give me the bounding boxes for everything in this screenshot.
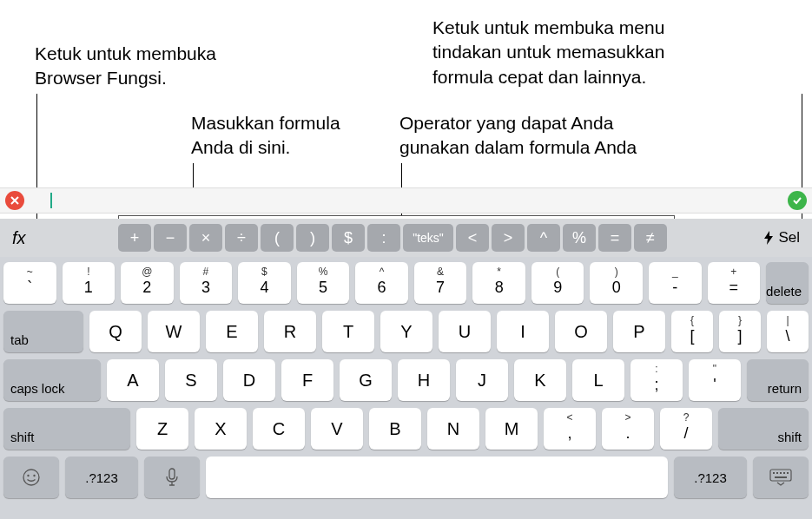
- key-c[interactable]: C: [253, 408, 305, 450]
- op-gt[interactable]: >: [492, 224, 525, 252]
- check-icon: [792, 195, 802, 206]
- key-6[interactable]: ^6: [355, 262, 408, 304]
- key-m[interactable]: M: [485, 408, 538, 450]
- mic-icon: [165, 468, 179, 487]
- key-backslash[interactable]: |\: [767, 311, 809, 352]
- svg-rect-4: [770, 470, 791, 481]
- svg-point-2: [33, 475, 35, 476]
- key-s[interactable]: S: [165, 359, 217, 401]
- callout-menu: Ketuk untuk membuka menu tindakan untuk …: [432, 16, 710, 89]
- key-lbracket[interactable]: {[: [671, 311, 713, 352]
- key-equals[interactable]: +=: [708, 262, 761, 304]
- svg-point-1: [27, 475, 29, 476]
- key-backtick[interactable]: ~`: [3, 262, 56, 304]
- key-h[interactable]: H: [398, 359, 450, 401]
- key-t[interactable]: T: [322, 311, 374, 352]
- key-numeric-left[interactable]: .?123: [65, 457, 138, 498]
- key-2[interactable]: @2: [121, 262, 174, 304]
- key-3[interactable]: #3: [180, 262, 233, 304]
- cancel-button[interactable]: [5, 191, 24, 210]
- svg-rect-3: [169, 469, 175, 479]
- keyboard-row-1: ~` !1 @2 #3 $4 %5 ^6 &7 *8 (9 )0 _- += d…: [3, 262, 809, 304]
- key-9[interactable]: (9: [531, 262, 584, 304]
- op-text[interactable]: "teks": [403, 224, 453, 252]
- key-e[interactable]: E: [206, 311, 258, 352]
- key-x[interactable]: X: [195, 408, 247, 450]
- key-emoji[interactable]: [3, 457, 59, 498]
- key-shift-left[interactable]: shift: [3, 408, 130, 450]
- op-rparen[interactable]: ): [296, 224, 329, 252]
- key-l[interactable]: L: [572, 359, 624, 401]
- key-o[interactable]: O: [555, 311, 607, 352]
- fx-button[interactable]: fx: [7, 228, 42, 248]
- key-period[interactable]: >.: [602, 408, 654, 450]
- key-numeric-right[interactable]: .?123: [674, 457, 747, 498]
- op-neq[interactable]: ≠: [634, 224, 667, 252]
- svg-point-0: [23, 470, 39, 485]
- key-return[interactable]: return: [747, 359, 809, 401]
- key-y[interactable]: Y: [380, 311, 432, 352]
- key-w[interactable]: W: [148, 311, 200, 352]
- confirm-button[interactable]: [788, 191, 807, 210]
- key-semicolon[interactable]: :;: [630, 359, 683, 401]
- key-dictation[interactable]: [144, 457, 200, 498]
- op-plus[interactable]: +: [118, 224, 151, 252]
- keyboard-row-5: .?123 .?123: [3, 457, 809, 498]
- formula-input-cursor[interactable]: [50, 193, 52, 208]
- key-j[interactable]: J: [456, 359, 508, 401]
- op-lt[interactable]: <: [456, 224, 489, 252]
- key-p[interactable]: P: [613, 311, 665, 352]
- op-multiply[interactable]: ×: [189, 224, 222, 252]
- key-tab[interactable]: tab: [3, 311, 83, 352]
- key-z[interactable]: Z: [136, 408, 188, 450]
- key-shift-right[interactable]: shift: [718, 408, 809, 450]
- key-g[interactable]: G: [340, 359, 392, 401]
- key-0[interactable]: )0: [590, 262, 643, 304]
- key-5[interactable]: %5: [297, 262, 350, 304]
- key-slash[interactable]: ?/: [660, 408, 712, 450]
- key-hide-keyboard[interactable]: [753, 457, 809, 498]
- key-8[interactable]: *8: [472, 262, 525, 304]
- op-divide[interactable]: ÷: [225, 224, 258, 252]
- key-d[interactable]: D: [223, 359, 275, 401]
- key-comma[interactable]: <,: [544, 408, 596, 450]
- key-minus[interactable]: _-: [649, 262, 702, 304]
- key-n[interactable]: N: [427, 408, 479, 450]
- key-1[interactable]: !1: [63, 262, 116, 304]
- key-v[interactable]: V: [311, 408, 363, 450]
- keyboard: ~` !1 @2 #3 $4 %5 ^6 &7 *8 (9 )0 _- += d…: [0, 257, 812, 519]
- key-b[interactable]: B: [369, 408, 421, 450]
- key-4[interactable]: $4: [238, 262, 291, 304]
- key-i[interactable]: I: [497, 311, 549, 352]
- key-k[interactable]: K: [514, 359, 566, 401]
- key-u[interactable]: U: [439, 311, 491, 352]
- key-space[interactable]: [206, 457, 668, 498]
- op-caret[interactable]: ^: [527, 224, 560, 252]
- key-rbracket[interactable]: }]: [719, 311, 761, 352]
- key-q[interactable]: Q: [89, 311, 142, 352]
- op-dollar[interactable]: $: [332, 224, 365, 252]
- operator-keys: + − × ÷ ( ) $ : "teks" < > ^ % = ≠: [118, 224, 667, 252]
- op-percent[interactable]: %: [563, 224, 596, 252]
- sel-label: Sel: [778, 229, 800, 246]
- keyboard-hide-icon: [769, 469, 792, 486]
- svg-rect-6: [776, 472, 778, 474]
- sel-menu-button[interactable]: Sel: [762, 229, 805, 246]
- op-lparen[interactable]: (: [261, 224, 294, 252]
- key-delete[interactable]: delete: [766, 262, 809, 304]
- key-a[interactable]: A: [107, 359, 159, 401]
- op-colon[interactable]: :: [367, 224, 400, 252]
- op-minus[interactable]: −: [154, 224, 187, 252]
- key-7[interactable]: &7: [414, 262, 467, 304]
- keyboard-row-2: tab Q W E R T Y U I O P {[ }] |\: [3, 311, 809, 352]
- close-icon: [10, 195, 20, 206]
- key-f[interactable]: F: [281, 359, 333, 401]
- emoji-icon: [22, 468, 41, 487]
- keyboard-row-3: caps lock A S D F G H J K L :; "' return: [3, 359, 809, 401]
- key-r[interactable]: R: [264, 311, 316, 352]
- key-quote[interactable]: "': [689, 359, 741, 401]
- key-capslock[interactable]: caps lock: [3, 359, 101, 401]
- svg-rect-7: [780, 472, 782, 474]
- op-eq[interactable]: =: [598, 224, 631, 252]
- leader-line: [193, 163, 194, 189]
